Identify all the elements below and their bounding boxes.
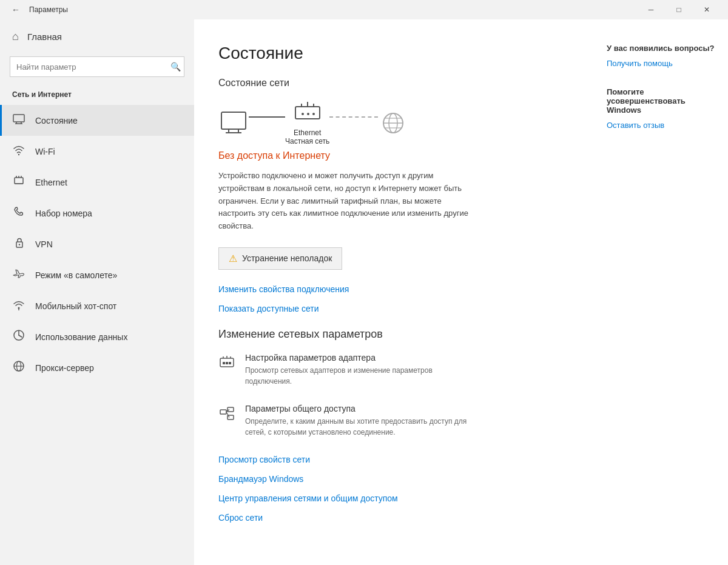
reset-link[interactable]: Сброс сети: [218, 513, 570, 523]
wifi-icon: [12, 143, 25, 159]
svg-point-26: [302, 113, 304, 115]
help-link[interactable]: Получить помощь: [607, 59, 716, 68]
sidebar-home-label: Главная: [27, 32, 62, 42]
sidebar-item-wifi[interactable]: Wi-Fi: [0, 136, 194, 167]
airplane-icon: [12, 267, 25, 283]
svg-point-11: [19, 244, 20, 245]
right-panel: У вас появились вопросы? Получить помощь…: [595, 19, 728, 565]
network-center-link[interactable]: Центр управления сетями и общим доступом: [218, 493, 570, 503]
computer-icon: [218, 111, 249, 135]
svg-point-27: [307, 113, 309, 115]
adapter-settings-desc: Просмотр сетевых адаптеров и изменение п…: [245, 365, 476, 387]
sharing-settings-desc: Определите, к каким данным вы хотите пре…: [245, 416, 476, 438]
svg-rect-22: [295, 107, 320, 119]
sidebar: ⌂ Главная 🔍 Сеть и Интернет Состояние: [0, 19, 194, 565]
adapter-settings-text: Настройка параметров адаптера Просмотр с…: [245, 353, 476, 387]
troubleshoot-label: Устранение неполадок: [242, 253, 332, 263]
sidebar-item-status[interactable]: Состояние: [0, 105, 194, 136]
network-diagram: Ethernet Частная сеть: [218, 101, 570, 145]
sharing-settings-item[interactable]: Параметры общего доступа Определите, к к…: [218, 404, 570, 438]
adapter-icon: [218, 354, 235, 375]
sidebar-item-airplane[interactable]: Режим «в самолете»: [0, 259, 194, 290]
sidebar-item-wifi-label: Wi-Fi: [35, 147, 55, 156]
dialup-icon: [12, 205, 25, 221]
connection-line-solid: [249, 116, 285, 118]
router-icon: [292, 101, 323, 125]
help-section: У вас появились вопросы? Получить помощь: [607, 44, 716, 68]
help-title: У вас появились вопросы?: [607, 44, 716, 53]
warning-icon: ⚠: [229, 253, 237, 264]
change-properties-link[interactable]: Изменить свойства подключения: [218, 284, 570, 294]
sidebar-item-hotspot[interactable]: Мобильный хот-спот: [0, 290, 194, 321]
ethernet-icon: [12, 174, 25, 190]
router-device: Ethernet Частная сеть: [285, 101, 329, 145]
datausage-icon: [12, 329, 25, 345]
internet-device: [378, 111, 408, 135]
computer-device: [218, 111, 249, 135]
titlebar-title: Параметры: [29, 5, 68, 14]
proxy-icon: [12, 359, 25, 376]
change-settings-title: Изменение сетевых параметров: [218, 328, 570, 341]
sidebar-item-proxy-label: Прокси-сервер: [35, 363, 94, 373]
sidebar-item-vpn-label: VPN: [35, 239, 53, 249]
titlebar: ← Параметры ─ □ ✕: [0, 0, 728, 19]
sharing-settings-text: Параметры общего доступа Определите, к к…: [245, 404, 476, 438]
sidebar-item-dialup-label: Набор номера: [35, 209, 92, 218]
show-networks-link[interactable]: Показать доступные сети: [218, 304, 570, 313]
device-label: Ethernet Частная сеть: [285, 129, 329, 145]
search-icon[interactable]: 🔍: [170, 62, 181, 72]
main-content: Состояние Состояние сети: [194, 19, 595, 565]
sidebar-search-container: 🔍: [10, 56, 184, 77]
home-icon: ⌂: [12, 30, 19, 43]
svg-point-28: [312, 113, 315, 115]
improve-link[interactable]: Оставить отзыв: [607, 121, 716, 130]
svg-rect-38: [223, 362, 225, 364]
sidebar-item-dialup[interactable]: Набор номера: [0, 198, 194, 229]
status-description: Устройство подключено и может получить д…: [218, 170, 473, 233]
sidebar-item-hotspot-label: Мобильный хот-спот: [35, 301, 116, 311]
sidebar-item-status-label: Состояние: [35, 116, 78, 125]
sharing-icon: [218, 405, 235, 426]
svg-rect-18: [221, 112, 246, 129]
svg-rect-41: [220, 410, 226, 414]
sharing-settings-title: Параметры общего доступа: [245, 404, 476, 413]
maximize-button[interactable]: □: [665, 0, 693, 19]
sidebar-section-title: Сеть и Интернет: [0, 87, 194, 105]
hotspot-icon: [12, 298, 25, 314]
view-properties-link[interactable]: Просмотр свойств сети: [218, 455, 570, 464]
svg-rect-42: [228, 407, 234, 412]
status-icon: [12, 112, 25, 129]
troubleshoot-button[interactable]: ⚠ Устранение неполадок: [218, 247, 342, 270]
svg-point-4: [18, 154, 19, 155]
sidebar-item-home[interactable]: ⌂ Главная: [0, 19, 194, 54]
improve-section: Помогите усовершенствовать Windows Остав…: [607, 87, 716, 130]
sidebar-item-datausage[interactable]: Использование данных: [0, 321, 194, 352]
minimize-button[interactable]: ─: [637, 0, 665, 19]
firewall-link[interactable]: Брандмауэр Windows: [218, 474, 570, 484]
sidebar-item-airplane-label: Режим «в самолете»: [35, 270, 117, 280]
adapter-settings-title: Настройка параметров адаптера: [245, 353, 476, 363]
back-button[interactable]: ←: [7, 1, 24, 18]
svg-rect-5: [15, 178, 23, 184]
search-input[interactable]: [10, 56, 184, 77]
close-button[interactable]: ✕: [693, 0, 721, 19]
svg-rect-0: [13, 115, 24, 122]
app-body: ⌂ Главная 🔍 Сеть и Интернет Состояние: [0, 19, 728, 565]
globe-icon: [378, 111, 408, 135]
improve-title: Помогите усовершенствовать Windows: [607, 87, 716, 115]
no-internet-label: Без доступа к Интернету: [218, 150, 570, 161]
adapter-settings-item[interactable]: Настройка параметров адаптера Просмотр с…: [218, 353, 570, 387]
sidebar-item-datausage-label: Использование данных: [35, 332, 127, 342]
window-controls: ─ □ ✕: [637, 0, 721, 19]
sidebar-item-vpn[interactable]: VPN: [0, 229, 194, 259]
network-status-title: Состояние сети: [218, 78, 570, 89]
sidebar-item-ethernet-label: Ethernet: [35, 178, 67, 187]
svg-rect-39: [226, 362, 228, 364]
sidebar-item-ethernet[interactable]: Ethernet: [0, 167, 194, 198]
connection-line-dashed: [329, 116, 378, 118]
vpn-icon: [12, 236, 25, 252]
sidebar-item-proxy[interactable]: Прокси-сервер: [0, 352, 194, 383]
page-title: Состояние: [218, 44, 570, 63]
svg-rect-40: [229, 362, 231, 364]
